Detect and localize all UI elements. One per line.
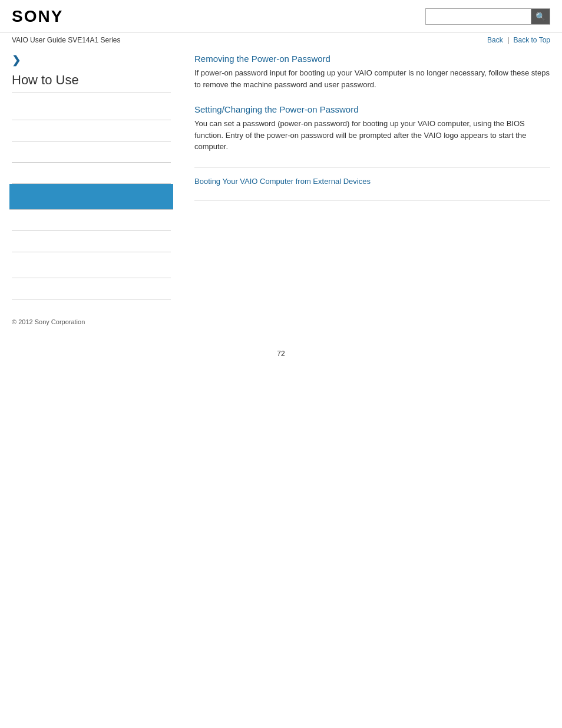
search-button[interactable]: 🔍 bbox=[531, 8, 550, 25]
sidebar-nav-item-8[interactable] bbox=[12, 252, 171, 278]
nav-separator: | bbox=[507, 36, 509, 44]
header: SONY 🔍 bbox=[0, 0, 562, 32]
search-input[interactable] bbox=[425, 8, 531, 25]
removing-password-title[interactable]: Removing the Power-on Password bbox=[194, 54, 550, 64]
copyright-text: © 2012 Sony Corporation bbox=[12, 318, 85, 325]
footer: © 2012 Sony Corporation bbox=[0, 299, 562, 338]
sony-logo: SONY bbox=[12, 7, 63, 26]
sidebar-nav-item-2[interactable] bbox=[12, 120, 171, 141]
setting-password-text: You can set a password (power-on passwor… bbox=[194, 118, 550, 153]
sidebar-nav-item-1[interactable] bbox=[12, 99, 171, 120]
sidebar-nav-item-3[interactable] bbox=[12, 141, 171, 163]
back-link[interactable]: Back bbox=[487, 36, 503, 44]
sub-header: VAIO User Guide SVE14A1 Series Back | Ba… bbox=[0, 32, 562, 48]
sidebar-nav-list bbox=[12, 99, 171, 299]
sidebar-nav-item-7[interactable] bbox=[12, 231, 171, 252]
content-area: Removing the Power-on Password If power-… bbox=[183, 54, 550, 299]
breadcrumb: VAIO User Guide SVE14A1 Series bbox=[12, 36, 121, 44]
nav-links: Back | Back to Top bbox=[487, 36, 550, 44]
sidebar-nav-item-6[interactable] bbox=[12, 210, 171, 231]
sidebar-nav-item-5-active[interactable] bbox=[9, 184, 173, 210]
content-divider bbox=[194, 167, 550, 167]
page-number: 72 bbox=[0, 338, 562, 370]
setting-password-title[interactable]: Setting/Changing the Power-on Password bbox=[194, 104, 550, 114]
content-divider-2 bbox=[194, 200, 550, 200]
booting-section: Booting Your VAIO Computer from External… bbox=[194, 177, 550, 186]
removing-password-text: If power-on password input for booting u… bbox=[194, 67, 550, 90]
search-container: 🔍 bbox=[425, 8, 550, 25]
sidebar-title: How to Use bbox=[12, 73, 171, 93]
sidebar-nav-item-4[interactable] bbox=[12, 163, 171, 184]
search-icon: 🔍 bbox=[535, 12, 546, 21]
chevron-icon[interactable]: ❯ bbox=[12, 54, 21, 67]
sidebar: ❯ How to Use bbox=[12, 54, 183, 299]
back-to-top-link[interactable]: Back to Top bbox=[514, 36, 550, 44]
booting-link[interactable]: Booting Your VAIO Computer from External… bbox=[194, 177, 371, 186]
main-content: ❯ How to Use Removing the Power-on Passw… bbox=[0, 48, 562, 299]
sidebar-nav-item-9[interactable] bbox=[12, 278, 171, 299]
section-setting-password: Setting/Changing the Power-on Password Y… bbox=[194, 104, 550, 153]
section-removing-password: Removing the Power-on Password If power-… bbox=[194, 54, 550, 90]
